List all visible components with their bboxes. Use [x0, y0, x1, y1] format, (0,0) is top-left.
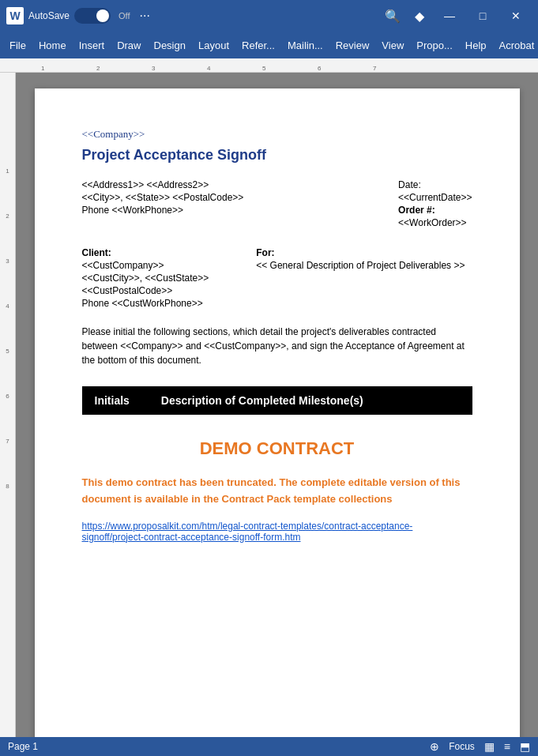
window-controls: — □ ✕: [434, 0, 532, 32]
client-col: Client: <<CustCompany>> <<CustCity>>, <<…: [82, 247, 209, 309]
page-container[interactable]: <<Company>> Project Acceptance Signoff <…: [16, 73, 538, 737]
status-bar: Page 1 ⊕ Focus ▦ ≡ ⬒: [0, 737, 538, 756]
close-button[interactable]: ✕: [500, 0, 532, 32]
menu-help[interactable]: Help: [459, 36, 493, 55]
menu-review[interactable]: Review: [329, 36, 376, 55]
cust-company: <<CustCompany>>: [82, 260, 209, 271]
menu-design[interactable]: Design: [148, 36, 192, 55]
maximize-button[interactable]: □: [467, 0, 498, 32]
milestones-header: Initials Description of Completed Milest…: [82, 386, 472, 415]
page-indicator: Page 1: [8, 741, 38, 752]
for-label: For:: [256, 247, 465, 258]
menu-acrobat[interactable]: Acrobat: [493, 36, 538, 55]
layout-icon[interactable]: ▦: [484, 740, 495, 753]
address-line1: <<Address1>> <<Address2>>: [82, 179, 244, 190]
document-page: <<Company>> Project Acceptance Signoff <…: [35, 88, 520, 737]
mobile-icon[interactable]: ⬒: [520, 740, 530, 753]
address-line2: <<City>>, <<State>> <<PostalCode>>: [82, 192, 244, 203]
for-col: For: << General Description of Project D…: [256, 247, 465, 309]
intro-paragraph: Please initial the following sections, w…: [82, 325, 472, 367]
toggle-off-label: Off: [119, 11, 130, 21]
menu-mailings[interactable]: Mailin...: [281, 36, 329, 55]
ribbon-menu: File Home Insert Draw Design Layout Refe…: [0, 32, 538, 58]
company-tag: <<Company>>: [82, 128, 472, 141]
vertical-ruler: 1 2 3 4 5 6 7 8: [0, 73, 16, 737]
work-order: <<WorkOrder>>: [398, 217, 472, 228]
horizontal-ruler: 1 2 3 4 5 6 7: [0, 58, 538, 73]
menu-insert[interactable]: Insert: [73, 36, 111, 55]
order-label: Order #:: [398, 205, 472, 216]
word-icon: W: [6, 7, 24, 24]
menu-layout[interactable]: Layout: [192, 36, 235, 55]
overflow-icon[interactable]: ···: [135, 9, 155, 23]
client-label: Client:: [82, 247, 209, 258]
cust-postal: <<CustPostalCode>>: [82, 285, 209, 296]
menu-view[interactable]: View: [375, 36, 410, 55]
description-header: Description of Completed Milestone(s): [161, 394, 363, 407]
menu-home[interactable]: Home: [32, 36, 73, 55]
initials-header: Initials: [95, 394, 130, 407]
status-right: ⊕ Focus ▦ ≡ ⬒: [430, 740, 530, 753]
accessibility-icon[interactable]: ⊕: [430, 740, 439, 753]
menu-draw[interactable]: Draw: [111, 36, 147, 55]
address-line3: Phone <<WorkPhone>>: [82, 205, 244, 216]
search-icon[interactable]: 🔍: [380, 9, 405, 24]
client-section: Client: <<CustCompany>> <<CustCity>>, <<…: [82, 247, 472, 309]
menu-references[interactable]: Refer...: [235, 36, 281, 55]
autosave-toggle[interactable]: [74, 8, 111, 24]
premium-icon[interactable]: ◆: [410, 9, 429, 24]
address-section: <<Address1>> <<Address2>> <<City>>, <<St…: [82, 179, 472, 228]
for-description: << General Description of Project Delive…: [256, 260, 465, 271]
ruler-content: 1 2 3 4 5 6 7: [9, 58, 529, 72]
demo-title: DEMO CONTRACT: [82, 438, 472, 459]
view-icon[interactable]: ≡: [504, 740, 510, 753]
document-title: Project Acceptance Signoff: [82, 147, 472, 164]
address-left: <<Address1>> <<Address2>> <<City>>, <<St…: [82, 179, 244, 228]
minimize-button[interactable]: —: [434, 0, 465, 32]
title-bar: W AutoSave Off ··· 🔍 ◆ — □ ✕: [0, 0, 538, 32]
demo-text: This demo contract has been truncated. T…: [82, 475, 472, 508]
cust-phone: Phone <<CustWorkPhone>>: [82, 298, 209, 309]
menu-file[interactable]: File: [3, 36, 32, 55]
menu-proposals[interactable]: Propo...: [410, 36, 459, 55]
date-label: Date:: [398, 179, 472, 190]
cust-city-state: <<CustCity>>, <<CustState>>: [82, 273, 209, 284]
toggle-knob: [96, 9, 109, 22]
autosave-label: AutoSave: [28, 10, 70, 21]
address-right: Date: <<CurrentDate>> Order #: <<WorkOrd…: [398, 179, 472, 228]
focus-label[interactable]: Focus: [449, 741, 475, 752]
demo-link[interactable]: https://www.proposalkit.com/htm/legal-co…: [82, 521, 472, 543]
document-area: 1 2 3 4 5 6 7 8 <<Company>> Project Acce…: [0, 73, 538, 737]
current-date: <<CurrentDate>>: [398, 192, 472, 203]
